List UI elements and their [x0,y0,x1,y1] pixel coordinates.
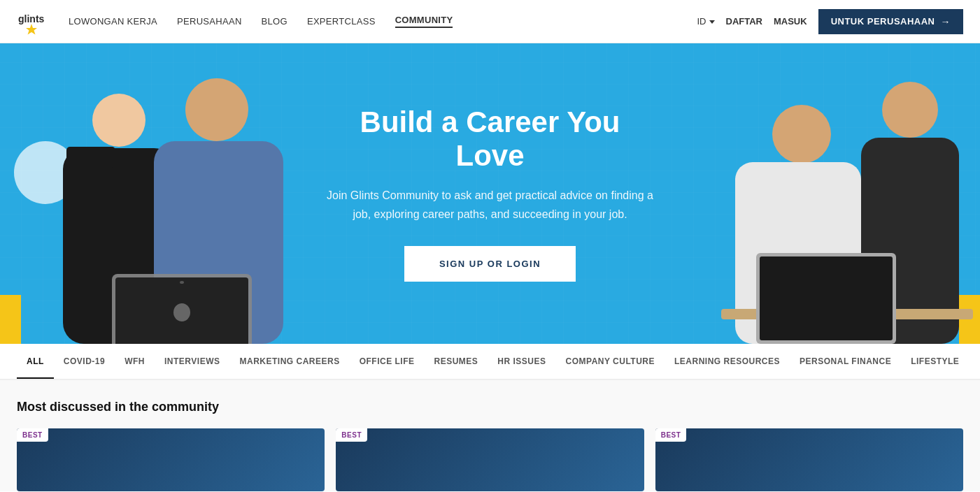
hero-title: Build a Career You Love [322,106,658,173]
nav-lowongan-kerja[interactable]: LOWONGAN KERJA [69,16,157,27]
logo-link[interactable]: glints [17,7,46,36]
arrow-right-icon: → [941,16,951,27]
tab-learning-resources[interactable]: LEARNING RESOURCES [665,345,790,379]
hero-section: Build a Career You Love Join Glints Comm… [0,43,980,344]
hero-people-left [0,57,364,344]
tab-hr-issues[interactable]: HR ISSUES [488,345,555,379]
daftar-button[interactable]: DAFTAR [726,16,762,27]
svg-point-3 [92,94,145,147]
most-discussed-section: Most discussed in the community BEST BES… [0,380,980,491]
nav-perusahaan[interactable]: PERUSAHAAN [177,16,242,27]
tab-office-life[interactable]: OFFICE LIFE [350,345,425,379]
card-2[interactable]: BEST [336,428,644,491]
category-tabs: ALL COVID-19 WFH INTERVIEWS MARKETING CA… [0,344,980,380]
svg-point-12 [882,82,938,138]
card-1[interactable]: BEST [17,428,325,491]
navbar: glints LOWONGAN KERJA PERUSAHAAN BLOG EX… [0,0,980,43]
tab-company-culture[interactable]: COMPANY CULTURE [556,345,665,379]
svg-point-10 [180,281,184,284]
card-3[interactable]: BEST [655,428,963,491]
svg-rect-18 [760,256,893,340]
tab-interviews[interactable]: INTERVIEWS [155,345,229,379]
section-title: Most discussed in the community [17,400,963,414]
svg-text:glints: glints [18,13,45,24]
tab-all[interactable]: ALL [17,345,54,379]
masuk-button[interactable]: MASUK [774,16,807,27]
untuk-perusahaan-label: UNTUK PERUSAHAAN [831,16,935,27]
hero-cta-button[interactable]: SIGN UP OR LOGIN [404,246,576,282]
chevron-down-icon [709,20,715,24]
best-badge-3: BEST [655,428,687,442]
svg-rect-5 [66,147,115,168]
tab-marketing-careers[interactable]: MARKETING CAREERS [229,345,349,379]
cards-row: BEST BEST BEST [17,428,963,491]
nav-expertclass[interactable]: EXPERTCLASS [307,16,376,27]
tab-personal-finance[interactable]: PERSONAL FINANCE [790,345,901,379]
lang-label: ID [697,16,706,27]
svg-point-6 [185,78,248,141]
untuk-perusahaan-button[interactable]: UNTUK PERUSAHAAN → [818,9,963,34]
nav-blog[interactable]: BLOG [262,16,287,27]
best-badge-1: BEST [17,428,48,442]
nav-links: LOWONGAN KERJA PERUSAHAAN BLOG EXPERTCLA… [69,15,697,28]
tab-wfh[interactable]: WFH [115,345,155,379]
nav-right: ID DAFTAR MASUK UNTUK PERUSAHAAN → [697,9,964,34]
hero-content: Build a Career You Love Join Glints Comm… [322,106,658,282]
tab-covid19[interactable]: COVID-19 [54,345,115,379]
tab-resumes[interactable]: RESUMES [425,345,488,379]
nav-community[interactable]: COMMUNITY [395,15,453,28]
best-badge-2: BEST [336,428,367,442]
svg-point-14 [772,105,831,164]
hero-subtitle: Join Glints Community to ask and get pra… [322,187,658,224]
hero-people-right [700,57,980,344]
language-button[interactable]: ID [697,16,715,27]
svg-point-11 [173,303,190,321]
tab-lifestyle[interactable]: LIFESTYLE [901,345,969,379]
